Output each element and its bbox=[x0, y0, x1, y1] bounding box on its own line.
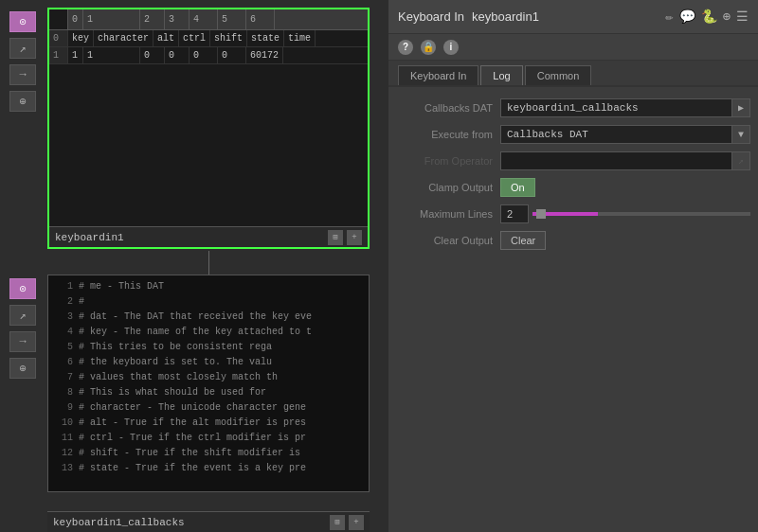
tab-common[interactable]: Common bbox=[525, 65, 592, 85]
connector-line bbox=[208, 251, 209, 276]
lock-icon[interactable]: 🔒 bbox=[421, 40, 436, 55]
cell-0-key: key bbox=[68, 30, 94, 46]
tab-keyboard-in[interactable]: Keyboard In bbox=[398, 65, 478, 85]
cell-1-time: 60172 bbox=[246, 47, 283, 63]
cell-1-character: 1 bbox=[83, 47, 140, 63]
cell-0-state: state bbox=[247, 30, 284, 46]
bottom-expand-btn[interactable]: + bbox=[349, 515, 364, 530]
maximum-lines-slider-group bbox=[500, 204, 750, 223]
bottom-node-label-bar: keyboardin1_callbacks ⊞ + bbox=[47, 511, 370, 532]
cell-row-0-num: 0 bbox=[49, 30, 68, 46]
clear-output-button[interactable]: Clear bbox=[500, 231, 546, 250]
maximum-lines-value[interactable] bbox=[500, 204, 529, 223]
clamp-output-label: Clamp Output bbox=[396, 182, 500, 193]
bottom-icon-2[interactable]: ↗ bbox=[9, 305, 36, 326]
header-col-idx: 0 bbox=[68, 9, 83, 29]
from-operator-label: From Operator bbox=[396, 155, 500, 167]
header-col-1: 1 bbox=[83, 9, 140, 29]
code-line-13: 13 # state - True if the event is a key … bbox=[54, 461, 363, 472]
bottom-icon-4[interactable]: ⊕ bbox=[9, 358, 36, 379]
node-expand-btn[interactable]: + bbox=[347, 230, 362, 245]
code-line-9: 9 # character - The unicode character ge… bbox=[54, 400, 363, 416]
cell-1-ctrl: 0 bbox=[165, 47, 190, 63]
node-viewer-btn[interactable]: ⊞ bbox=[328, 230, 343, 245]
maximum-lines-label: Maximum Lines bbox=[396, 208, 500, 220]
top-icon-1[interactable]: ⊙ bbox=[9, 11, 36, 32]
callbacks-dat-input-group: ▶ bbox=[500, 98, 750, 117]
code-line-11: 11 # ctrl - True if the ctrl modifier is… bbox=[54, 431, 363, 446]
bottom-node-name: keyboardin1_callbacks bbox=[53, 517, 185, 528]
question-icon[interactable]: ? bbox=[398, 40, 413, 55]
data-row-1: 1 1 1 0 0 0 0 60172 bbox=[49, 47, 368, 64]
left-panel: 0 1 2 3 4 5 6 0 key character alt ctrl s… bbox=[0, 0, 388, 532]
cell-0-shift: shift bbox=[210, 30, 247, 46]
top-node-side-icons: ⊙ ↗ → ⊕ bbox=[9, 11, 36, 112]
bottom-node-box: 1 # me - This DAT 2 # 3 # dat - The DAT … bbox=[47, 275, 370, 492]
bottom-icon-3[interactable]: → bbox=[9, 331, 36, 352]
from-operator-row: From Operator ↗ bbox=[396, 150, 750, 172]
cell-1-key: 1 bbox=[68, 47, 83, 63]
cell-1-shift: 0 bbox=[190, 47, 218, 63]
top-icon-4[interactable]: ⊕ bbox=[9, 91, 36, 112]
bottom-viewer-btn[interactable]: ⊞ bbox=[330, 515, 345, 530]
cell-1-alt: 0 bbox=[140, 47, 165, 63]
callbacks-dat-label: Callbacks DAT bbox=[396, 102, 500, 114]
code-line-5: 5 # This tries to be consistent rega bbox=[54, 340, 363, 355]
clamp-output-toggle[interactable]: On bbox=[500, 178, 535, 197]
right-panel: Keyboard In keyboardin1 ✏ 💬 🐍 ⊕ ☰ ? 🔒 i … bbox=[388, 0, 758, 532]
callbacks-dat-row: Callbacks DAT ▶ bbox=[396, 97, 750, 119]
code-content: 1 # me - This DAT 2 # 3 # dat - The DAT … bbox=[48, 275, 369, 472]
top-icon-2[interactable]: ↗ bbox=[9, 38, 36, 59]
callbacks-dat-arrow[interactable]: ▶ bbox=[731, 98, 750, 117]
maximum-lines-row: Maximum Lines bbox=[396, 203, 750, 225]
title-icons: ✏ 💬 🐍 ⊕ ☰ bbox=[665, 9, 749, 25]
execute-from-row: Execute from ▼ bbox=[396, 123, 750, 146]
code-line-2: 2 # bbox=[54, 294, 363, 310]
from-operator-input[interactable] bbox=[500, 151, 731, 170]
python-icon[interactable]: 🐍 bbox=[701, 9, 717, 25]
header-col-4: 4 bbox=[190, 9, 218, 29]
cell-1-state: 0 bbox=[218, 47, 246, 63]
tabs-bar: Keyboard In Log Common bbox=[388, 61, 758, 87]
cell-0-alt: alt bbox=[153, 30, 179, 46]
callbacks-dat-input[interactable] bbox=[500, 98, 731, 117]
execute-from-arrow[interactable]: ▼ bbox=[731, 125, 750, 144]
comment-icon[interactable]: 💬 bbox=[679, 9, 695, 25]
maximum-lines-slider[interactable] bbox=[532, 212, 750, 216]
bottom-icon-1[interactable]: ⊙ bbox=[9, 278, 36, 299]
header-col-6: 6 bbox=[246, 9, 275, 29]
info-icon[interactable]: i bbox=[443, 40, 459, 55]
clear-output-label: Clear Output bbox=[396, 235, 500, 246]
from-operator-input-group: ↗ bbox=[500, 151, 750, 170]
clear-output-row: Clear Output Clear bbox=[396, 229, 750, 252]
top-node-label-bar: keyboardin1 ⊞ + bbox=[49, 226, 368, 247]
node-data-area: 0 1 2 3 4 5 6 0 key character alt ctrl s… bbox=[49, 9, 368, 226]
code-line-8: 8 # This is what should be used for bbox=[54, 385, 363, 400]
code-line-7: 7 # values that most closely match th bbox=[54, 370, 363, 385]
code-line-4: 4 # key - The name of the key attached t… bbox=[54, 325, 363, 340]
cell-row-1-num: 1 bbox=[49, 47, 68, 63]
properties-area: Callbacks DAT ▶ Execute from ▼ From Oper… bbox=[388, 87, 758, 265]
execute-from-input[interactable] bbox=[500, 125, 731, 144]
cell-0-time: time bbox=[284, 30, 316, 46]
from-operator-arrow[interactable]: ↗ bbox=[731, 151, 750, 170]
clamp-output-row: Clamp Output On bbox=[396, 176, 750, 199]
tab-log[interactable]: Log bbox=[480, 65, 522, 85]
code-line-3: 3 # dat - The DAT that received the key … bbox=[54, 310, 363, 325]
help-bar: ? 🔒 i bbox=[388, 34, 758, 61]
title-bar: Keyboard In keyboardin1 ✏ 💬 🐍 ⊕ ☰ bbox=[388, 0, 758, 34]
cell-0-character: character bbox=[94, 30, 153, 46]
code-line-6: 6 # the keyboard is set to. The valu bbox=[54, 355, 363, 370]
top-node-name: keyboardin1 bbox=[55, 232, 124, 243]
header-col-2: 2 bbox=[140, 9, 165, 29]
col-labels-row: 0 key character alt ctrl shift state tim… bbox=[49, 30, 368, 47]
add-icon[interactable]: ⊕ bbox=[723, 9, 731, 25]
menu-icon[interactable]: ☰ bbox=[736, 9, 749, 25]
bottom-node-icons: ⊞ + bbox=[330, 515, 364, 530]
pencil-icon[interactable]: ✏ bbox=[665, 9, 673, 25]
code-line-12: 12 # shift - True if the shift modifier … bbox=[54, 446, 363, 461]
top-icon-3[interactable]: → bbox=[9, 64, 36, 85]
code-line-10: 10 # alt - True if the alt modifier is p… bbox=[54, 416, 363, 431]
operator-type-label: Keyboard In bbox=[398, 9, 464, 24]
header-col-3: 3 bbox=[165, 9, 190, 29]
